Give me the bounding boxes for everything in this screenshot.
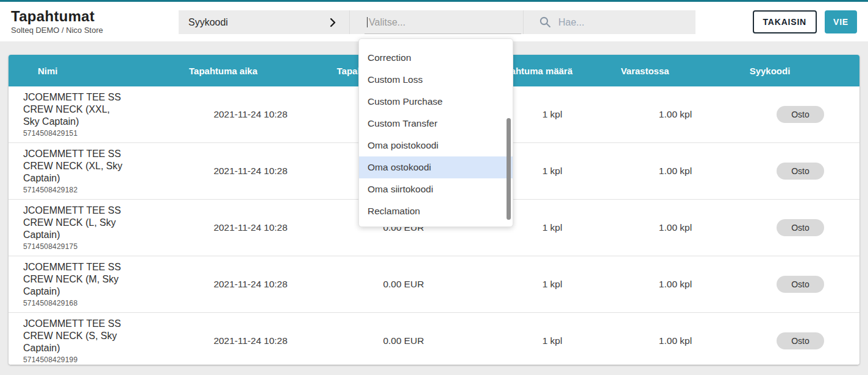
reason-code-badge: Osto bbox=[777, 106, 824, 123]
transaction-amount: 1 kpl bbox=[495, 256, 610, 313]
dropdown-item[interactable]: Correction bbox=[359, 47, 513, 69]
select-placeholder: Valitse... bbox=[369, 17, 405, 28]
dropdown-item[interactable]: Oma siirtokoodi bbox=[359, 178, 513, 200]
title-block: Tapahtumat Solteq DEMO / Nico Store bbox=[11, 9, 103, 35]
column-header-reason: Syykoodi bbox=[741, 55, 859, 86]
product-code: 5714508429175 bbox=[23, 242, 189, 251]
dropdown-item[interactable]: Custom Loss bbox=[359, 69, 513, 91]
stock-amount: 1.00 kpl bbox=[610, 143, 741, 200]
dropdown-item[interactable]: Custom Transfer bbox=[359, 113, 513, 135]
dropdown-item[interactable]: Oma poistokoodi bbox=[359, 135, 513, 156]
product-name: JCOEMMETT TEE SS CREW NECK (XL, Sky Capt… bbox=[23, 148, 128, 184]
stock-amount: 1.00 kpl bbox=[610, 256, 741, 313]
search-icon bbox=[539, 16, 551, 28]
product-code: 5714508429199 bbox=[23, 356, 189, 364]
product-name: JCOEMMETT TEE SS CREW NECK (L, Sky Capta… bbox=[23, 205, 128, 241]
product-code: 5714508429168 bbox=[23, 299, 189, 307]
product-name: JCOEMMETT TEE SS CREW NECK (XXL, Sky Cap… bbox=[23, 91, 128, 128]
stock-amount: 1.00 kpl bbox=[610, 86, 741, 143]
filter-type-selector[interactable]: Syykoodi bbox=[179, 10, 349, 34]
page-title: Tapahtumat bbox=[11, 9, 103, 24]
reason-code-badge: Osto bbox=[777, 276, 824, 293]
transaction-price: 0.00 EUR bbox=[312, 256, 495, 313]
filter-bar: Syykoodi Valitse... Hae... bbox=[179, 10, 695, 34]
header-actions: TAKAISIN VIE bbox=[753, 10, 857, 33]
stock-amount: 1.00 kpl bbox=[610, 313, 741, 365]
transaction-time: 2021-11-24 10:28 bbox=[189, 200, 312, 256]
column-header-time: Tapahtuma aika bbox=[189, 55, 312, 86]
transaction-time: 2021-11-24 10:28 bbox=[189, 256, 312, 313]
transaction-price: 0.00 EUR bbox=[312, 313, 495, 365]
page-subtitle: Solteq DEMO / Nico Store bbox=[11, 26, 103, 35]
header: Tapahtumat Solteq DEMO / Nico Store Syyk… bbox=[0, 2, 868, 41]
table-row[interactable]: JCOEMMETT TEE SS CREW NECK (S, Sky Capta… bbox=[9, 313, 859, 365]
transaction-time: 2021-11-24 10:28 bbox=[189, 313, 312, 365]
reason-code-badge: Osto bbox=[777, 332, 824, 349]
stock-amount: 1.00 kpl bbox=[610, 200, 741, 256]
table-row[interactable]: JCOEMMETT TEE SS CREW NECK (M, Sky Capta… bbox=[9, 256, 859, 313]
reason-code-badge: Osto bbox=[777, 219, 824, 236]
reason-code-badge: Osto bbox=[777, 163, 824, 180]
reason-code-dropdown: Correction Custom Loss Custom Purchase C… bbox=[358, 38, 513, 227]
product-code: 5714508429182 bbox=[23, 186, 189, 194]
dropdown-item[interactable]: Custom Purchase bbox=[359, 91, 513, 113]
dropdown-item[interactable]: Reclamation bbox=[359, 200, 513, 222]
product-name: JCOEMMETT TEE SS CREW NECK (M, Sky Capta… bbox=[23, 261, 128, 298]
export-button[interactable]: VIE bbox=[825, 10, 857, 33]
product-code: 5714508429151 bbox=[23, 129, 189, 138]
back-button[interactable]: TAKAISIN bbox=[753, 10, 817, 33]
text-cursor bbox=[367, 17, 368, 27]
transaction-amount: 1 kpl bbox=[495, 313, 610, 365]
transaction-time: 2021-11-24 10:28 bbox=[189, 143, 312, 200]
chevron-right-icon bbox=[330, 18, 336, 27]
product-name: JCOEMMETT TEE SS CREW NECK (S, Sky Capta… bbox=[23, 318, 128, 354]
filter-type-label: Syykoodi bbox=[188, 17, 228, 28]
dropdown-scrollbar-thumb[interactable] bbox=[507, 118, 511, 220]
search-input[interactable]: Hae... bbox=[523, 10, 695, 34]
transaction-time: 2021-11-24 10:28 bbox=[189, 86, 312, 143]
reason-code-select-input[interactable]: Valitse... bbox=[349, 10, 523, 34]
dropdown-item[interactable]: Oma ostokoodi bbox=[359, 156, 513, 178]
search-placeholder: Hae... bbox=[558, 17, 585, 28]
column-header-name: Nimi bbox=[9, 55, 189, 86]
column-header-stock: Varastossa bbox=[610, 55, 741, 86]
